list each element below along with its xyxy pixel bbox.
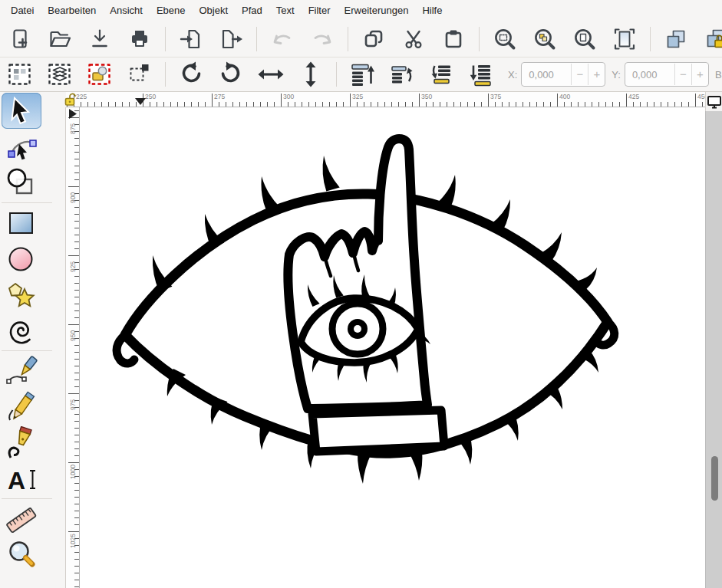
menu-datei[interactable]: Datei	[4, 0, 41, 21]
objects-dialog-button[interactable]	[699, 24, 722, 54]
lower-to-bottom-button[interactable]	[465, 59, 499, 90]
zoom-to-page-button[interactable]	[568, 24, 602, 54]
menu-ebene[interactable]: Ebene	[150, 0, 193, 21]
y-input[interactable]: 0,000	[625, 69, 674, 80]
tool-calligraphy[interactable]	[2, 425, 41, 461]
vertical-ruler[interactable]: 87590092595097510001025	[66, 107, 80, 588]
horizontal-ruler[interactable]: 225250275300325350375400425450	[66, 92, 705, 107]
zoom-selection-icon	[493, 27, 517, 51]
lower-to-bottom-icon	[468, 61, 496, 88]
tool-selector[interactable]	[2, 93, 41, 129]
open-folder-icon	[48, 27, 72, 51]
open-button[interactable]	[43, 24, 77, 54]
x-decrement-button[interactable]: −	[571, 64, 588, 85]
new-document-button[interactable]	[3, 24, 37, 54]
y-increment-button[interactable]: +	[691, 64, 708, 85]
copy-button[interactable]	[357, 24, 391, 54]
zoom-to-drawing-button[interactable]	[528, 24, 562, 54]
toolbar-separator	[165, 27, 166, 51]
deselect-button[interactable]	[83, 59, 117, 90]
cut-button[interactable]	[397, 24, 430, 54]
selection-box-icon	[126, 61, 153, 88]
select-all-button[interactable]	[3, 59, 37, 90]
rotate-cw-button[interactable]	[214, 59, 248, 90]
width-field: B: 0,000	[715, 62, 722, 87]
tool-pencil[interactable]	[2, 389, 41, 425]
svg-text:375: 375	[490, 93, 501, 100]
select-all-layers-button[interactable]	[43, 59, 77, 90]
deselect-icon	[86, 61, 114, 88]
tool-zoom[interactable]	[2, 537, 41, 573]
lower-one-step-button[interactable]	[425, 59, 459, 90]
print-icon	[127, 27, 152, 51]
horizontal-ruler-ticks: 225250275300325350375400425450	[66, 92, 705, 107]
save-button[interactable]	[83, 24, 117, 54]
select-all-layers-icon	[46, 61, 74, 88]
toggle-selection-box-button[interactable]	[123, 59, 157, 90]
svg-text:A: A	[8, 467, 25, 494]
zoom-to-selection-button[interactable]	[488, 24, 522, 54]
canvas[interactable]	[80, 107, 705, 588]
menu-filter[interactable]: Filter	[302, 0, 338, 21]
menu-bearbeiten[interactable]: Bearbeiten	[41, 0, 103, 21]
selector-arrow-icon	[5, 94, 38, 128]
flip-horizontal-icon	[257, 61, 285, 88]
toolbar-separator	[650, 27, 651, 51]
tool-pen[interactable]	[2, 353, 41, 389]
layers-icon	[664, 27, 688, 51]
document-properties-button[interactable]	[608, 24, 641, 54]
flip-horizontal-button[interactable]	[254, 59, 288, 90]
vertical-scrollbar-thumb[interactable]	[711, 456, 718, 501]
svg-text:300: 300	[283, 93, 294, 100]
svg-text:325: 325	[352, 93, 363, 100]
toolbox: A	[0, 92, 66, 588]
import-button[interactable]	[174, 24, 208, 54]
tool-measure[interactable]	[2, 501, 41, 537]
monitor-icon	[707, 95, 722, 109]
tool-rectangle[interactable]	[2, 205, 41, 241]
y-label: Y:	[612, 69, 621, 80]
menu-ansicht[interactable]: Ansicht	[103, 0, 150, 21]
tool-node-editor[interactable]	[2, 129, 41, 165]
ruler-lock-toggle[interactable]	[64, 92, 78, 107]
wrist-cuff	[312, 410, 444, 452]
flip-vertical-button[interactable]	[294, 59, 328, 90]
new-document-icon	[8, 27, 32, 51]
vertical-ruler-ticks: 87590092595097510001025	[66, 107, 79, 588]
open-padlock-icon	[64, 92, 78, 107]
x-input[interactable]: 0,000	[522, 69, 571, 80]
menu-pfad[interactable]: Pfad	[235, 0, 269, 21]
tool-text[interactable]: A	[2, 461, 41, 497]
undo-button[interactable]	[265, 24, 299, 54]
raise-one-step-button[interactable]	[385, 59, 419, 90]
svg-text:400: 400	[559, 93, 570, 100]
vertical-scrollbar[interactable]	[705, 111, 722, 588]
rotate-ccw-button[interactable]	[174, 59, 208, 90]
menu-text[interactable]: Text	[269, 0, 302, 21]
y-decrement-button[interactable]: −	[674, 64, 691, 85]
tool-star[interactable]	[2, 277, 41, 313]
redo-button[interactable]	[305, 24, 339, 54]
paste-button[interactable]	[437, 24, 470, 54]
print-button[interactable]	[123, 24, 157, 54]
menu-hilfe[interactable]: Hilfe	[415, 0, 449, 21]
calligraphy-tool-icon	[5, 426, 38, 460]
paste-clipboard-icon	[441, 27, 466, 51]
eye-hand-drawing	[80, 107, 705, 588]
color-display-toggle-button[interactable]	[705, 92, 722, 111]
toolbar-separator	[256, 27, 257, 51]
menu-objekt[interactable]: Objekt	[192, 0, 235, 21]
export-button[interactable]	[214, 24, 248, 54]
layers-dialog-button[interactable]	[659, 24, 693, 54]
menu-erweiterungen[interactable]: Erweiterungen	[338, 0, 416, 21]
tool-spiral[interactable]	[2, 313, 41, 349]
layers-lock-icon	[704, 27, 722, 51]
zoom-drawing-icon	[532, 27, 557, 51]
raise-to-top-button[interactable]	[345, 59, 379, 90]
pencil-tool-icon	[5, 390, 38, 424]
tool-ellipse[interactable]	[2, 241, 41, 277]
x-increment-button[interactable]: +	[588, 64, 605, 85]
zoom-page-icon	[572, 27, 597, 51]
tool-shape-builder[interactable]	[2, 165, 41, 201]
raise-icon	[388, 61, 416, 88]
